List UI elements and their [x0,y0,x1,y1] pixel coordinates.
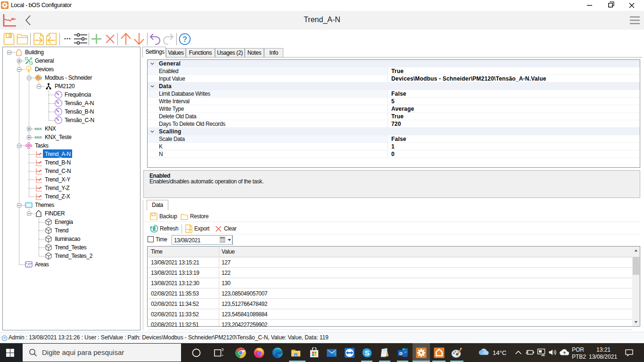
svg-text:?: ? [182,35,187,43]
svg-text:o: o [399,350,402,356]
svg-text:S: S [364,348,369,356]
